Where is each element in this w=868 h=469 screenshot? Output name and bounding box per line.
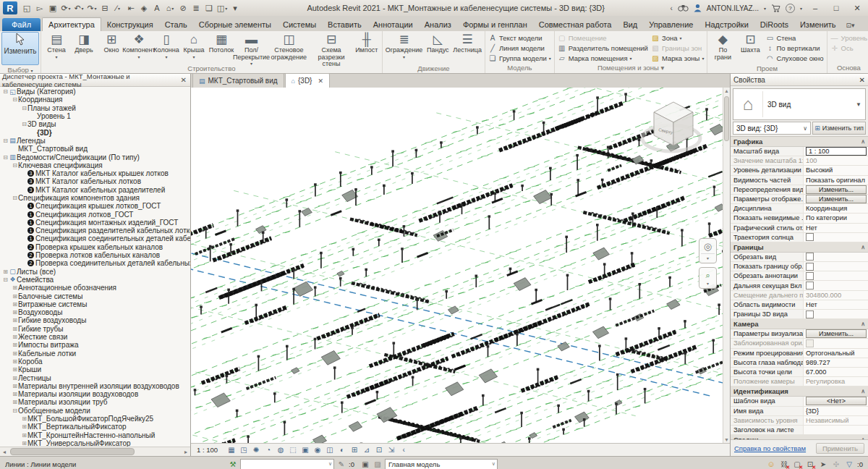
modify-button[interactable]: Изменить bbox=[1, 32, 39, 65]
section-collapse-icon[interactable]: ∧ bbox=[861, 388, 865, 394]
view-tab-мкт-стартовый-вид[interactable]: ▤МКТ_Стартовый вид bbox=[192, 73, 284, 88]
worksharing-display-icon[interactable]: ☺ bbox=[766, 459, 776, 469]
scroll-down-icon[interactable]: ▼ bbox=[724, 437, 729, 442]
dropdown-chevron-icon[interactable]: ▾ bbox=[403, 54, 405, 62]
tab-вид[interactable]: Вид bbox=[617, 18, 643, 31]
expand-icon[interactable]: ⊞ bbox=[21, 415, 27, 422]
sun-path-icon[interactable]: ✺ bbox=[251, 445, 261, 455]
project-browser-hscrollbar[interactable]: ◂ ▸ bbox=[0, 447, 190, 456]
new-window-icon[interactable]: ◱ bbox=[20, 1, 33, 14]
tree-item[interactable]: 3МКТ Каталог кабельных крышек лотков bbox=[0, 169, 190, 177]
property-value[interactable]: Координация bbox=[804, 205, 868, 212]
dropdown-chevron-icon[interactable]: ▾ bbox=[118, 6, 120, 11]
maximize-button[interactable]: □ bbox=[828, 4, 844, 12]
tab-системы[interactable]: Системы bbox=[277, 18, 322, 31]
property-value[interactable] bbox=[804, 282, 868, 290]
expand-icon[interactable]: ⊞ bbox=[12, 293, 18, 300]
tree-item[interactable]: ⊞Гибкие трубы bbox=[0, 325, 190, 333]
expand-icon[interactable]: ⊞ bbox=[12, 309, 18, 316]
reveal-hidden-icon[interactable]: ◐ bbox=[337, 445, 347, 455]
property-checkbox[interactable] bbox=[806, 272, 814, 280]
user-icon[interactable] bbox=[694, 4, 702, 12]
property-checkbox[interactable] bbox=[806, 263, 814, 271]
select-pinned-toggle-icon[interactable]: ⊡✕ bbox=[805, 459, 815, 469]
modify-chip-icon[interactable]: ⊡▾ bbox=[846, 22, 855, 31]
ribbon-button-марка-помещения[interactable]: ▱Марка помещения▾ bbox=[556, 53, 650, 63]
tree-item[interactable]: ⊞МКТ_БольшойФиксаторПодЯчейку25 bbox=[0, 415, 190, 423]
filter-icon[interactable]: ▽ bbox=[844, 459, 854, 469]
tree-item[interactable]: ⊟Планы этажей bbox=[0, 104, 190, 112]
ribbon-button-компонент[interactable]: ❖Компонент▾ bbox=[125, 32, 153, 64]
collapse-icon[interactable]: ⊟ bbox=[2, 138, 9, 144]
navbar-chevron-icon[interactable]: ▾ bbox=[699, 255, 716, 261]
properties-close-icon[interactable]: ✕ bbox=[859, 76, 865, 84]
collapse-icon[interactable]: ⊟ bbox=[12, 195, 18, 201]
property-value[interactable]: Ортогональный bbox=[804, 350, 868, 357]
expand-icon[interactable]: ⊞ bbox=[12, 366, 18, 373]
expand-icon[interactable]: ⊞ bbox=[12, 342, 18, 348]
user-menu-chevron-icon[interactable]: ▾ bbox=[764, 6, 766, 11]
property-value[interactable]: Изменить... bbox=[804, 195, 868, 203]
shadows-icon[interactable]: ◔ bbox=[263, 445, 273, 455]
property-value[interactable] bbox=[804, 310, 868, 318]
tab-формы-и-генплан[interactable]: Формы и генплан bbox=[457, 18, 533, 31]
close-hidden-icon[interactable]: ❏ bbox=[203, 1, 216, 14]
help-icon[interactable]: ? bbox=[786, 4, 795, 13]
element-selector-dropdown[interactable]: 3D вид: {3D}∨ bbox=[733, 122, 811, 135]
view-tab--3d-[interactable]: ⌂{3D}✕ bbox=[285, 73, 330, 88]
collapse-icon[interactable]: ⊟ bbox=[2, 154, 9, 161]
default-3d-icon[interactable]: ⌂▾ bbox=[163, 1, 176, 14]
expand-icon[interactable]: ⊞ bbox=[12, 317, 18, 324]
expand-icon[interactable]: ⊞ bbox=[12, 284, 18, 291]
dropdown-chevron-icon[interactable]: ▾ bbox=[137, 54, 140, 62]
thin-lines-icon[interactable]: ≣ bbox=[190, 1, 203, 14]
property-edit-button[interactable]: Изменить... bbox=[806, 195, 867, 203]
collapse-icon[interactable]: ⊟ bbox=[21, 121, 27, 127]
temporary-properties-icon[interactable]: ⊞ bbox=[349, 445, 359, 455]
collapse-icon[interactable]: ⊟ bbox=[2, 88, 9, 95]
property-value[interactable]: Независимый bbox=[804, 417, 868, 424]
tree-item[interactable]: ⊞Гибкие воздуховоды bbox=[0, 316, 190, 324]
redo-icon[interactable]: ↷▾ bbox=[85, 1, 98, 14]
expand-icon[interactable]: ⊞ bbox=[12, 358, 18, 365]
property-edit-button[interactable]: <Нет> bbox=[806, 397, 867, 405]
tab-diroots[interactable]: DiRoots bbox=[754, 18, 794, 31]
design-option-dropdown[interactable]: Главная модель∨ bbox=[385, 459, 498, 469]
minimize-button[interactable]: – bbox=[807, 4, 823, 12]
tree-item[interactable]: 2Проверка соединительных деталей кабельн… bbox=[0, 259, 190, 267]
tab-файл[interactable]: Файл bbox=[2, 18, 41, 31]
tree-item[interactable]: 1Спецификация разделителей кабельных лот… bbox=[0, 227, 190, 234]
customize-qat-icon[interactable]: ▾ bbox=[229, 1, 242, 14]
tab-архитектура[interactable]: Архитектура bbox=[42, 17, 101, 31]
property-value[interactable]: По категории bbox=[804, 214, 868, 221]
tree-item[interactable]: ⊞МКТ_УниверсальныйФиксатор bbox=[0, 439, 190, 447]
ribbon-button-лестница[interactable]: ☰Лестница bbox=[451, 32, 483, 64]
property-value[interactable]: Изменить... bbox=[804, 185, 868, 194]
tree-item[interactable]: ⊟Спецификация компонентов здания bbox=[0, 194, 190, 202]
tab-сталь[interactable]: Сталь bbox=[159, 18, 193, 31]
navigation-wheel-button[interactable]: ◎ ▾ bbox=[699, 238, 717, 263]
dropdown-chevron-icon[interactable]: ▾ bbox=[69, 6, 71, 11]
tree-item[interactable]: ⊞Аннотационные обозначения bbox=[0, 284, 190, 292]
select-underlay-toggle-icon[interactable]: ▢✕ bbox=[792, 459, 802, 469]
design-options-icon[interactable]: ▣ bbox=[360, 459, 370, 469]
tree-item[interactable]: ⊞Витражные системы bbox=[0, 300, 190, 308]
tree-item[interactable]: ⊞Лестницы bbox=[0, 373, 190, 381]
dropdown-chevron-icon[interactable]: ▾ bbox=[630, 56, 632, 61]
collapse-icon[interactable]: ⊟ bbox=[21, 105, 27, 111]
property-value[interactable]: Изменить... bbox=[804, 329, 868, 338]
tab-вставить[interactable]: Вставить bbox=[322, 18, 367, 31]
undo-icon[interactable]: ↶▾ bbox=[72, 1, 85, 14]
ribbon-button-стена[interactable]: ▭Стена bbox=[764, 33, 825, 43]
zoom-tool-button[interactable]: ⌕ ▾ bbox=[699, 267, 717, 289]
ribbon-button-марка-зоны[interactable]: ▨Марка зоны▾ bbox=[650, 53, 706, 63]
signed-in-user[interactable]: ANTON.ILYAZ... bbox=[707, 4, 759, 12]
apply-button[interactable]: Применить bbox=[816, 443, 864, 454]
worksets-icon[interactable]: ⚒ bbox=[228, 459, 238, 469]
tree-item[interactable]: ⊟❖Семейства bbox=[0, 276, 190, 284]
editing-requests-icon[interactable]: ✎ bbox=[336, 459, 346, 469]
property-checkbox[interactable] bbox=[806, 310, 814, 318]
property-value[interactable]: Нет bbox=[804, 224, 868, 232]
tab-сборные-элементы[interactable]: Сборные элементы bbox=[193, 18, 277, 31]
ribbon-button-ограждение[interactable]: ≣Ограждение▾ bbox=[384, 32, 425, 64]
